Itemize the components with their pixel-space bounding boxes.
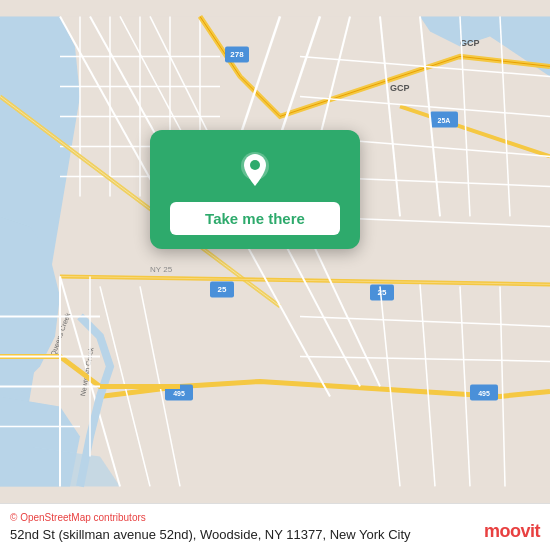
svg-text:GCP: GCP (390, 83, 410, 93)
take-me-there-button[interactable]: Take me there (170, 202, 340, 235)
map-pin-icon (233, 148, 277, 192)
moovit-logo: moovit (484, 521, 540, 542)
app: 278 25A 25 25 495 495 GCP (0, 0, 550, 550)
svg-text:25: 25 (378, 288, 387, 297)
location-card: Take me there (150, 130, 360, 249)
svg-point-70 (250, 160, 260, 170)
map-container: 278 25A 25 25 495 495 GCP (0, 0, 550, 503)
svg-text:25A: 25A (438, 117, 451, 124)
address-line: 52nd St (skillman avenue 52nd), Woodside… (10, 526, 411, 544)
svg-text:GCP: GCP (460, 38, 480, 48)
svg-text:278: 278 (230, 50, 244, 59)
footer: © OpenStreetMap contributors 52nd St (sk… (0, 503, 550, 550)
osm-credit: © OpenStreetMap contributors (10, 512, 540, 523)
svg-text:495: 495 (478, 390, 490, 397)
svg-text:495: 495 (173, 390, 185, 397)
svg-text:25: 25 (218, 285, 227, 294)
osm-credit-text: OpenStreetMap contributors (17, 512, 145, 523)
svg-text:NY 25: NY 25 (150, 265, 173, 274)
